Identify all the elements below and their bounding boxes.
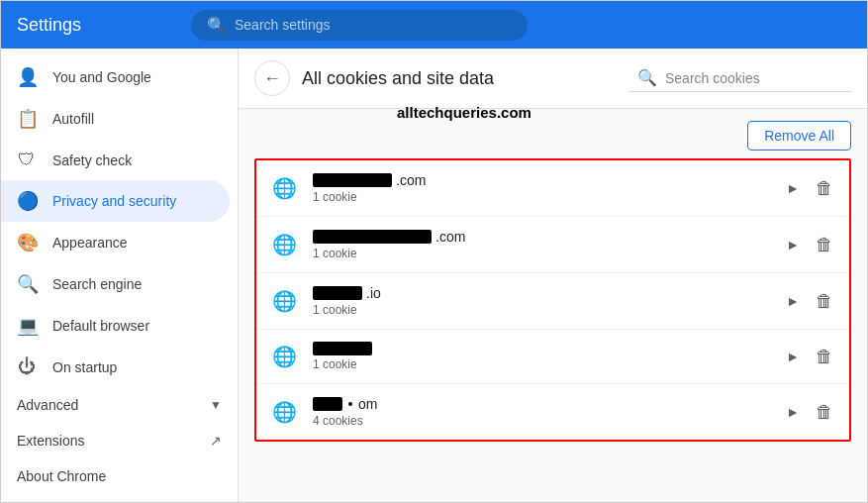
remove-all-row: Remove All (254, 117, 851, 151)
sidebar-item-privacy-security[interactable]: 🔵 Privacy and security (1, 180, 230, 222)
globe-icon-2: 🌐 (272, 233, 297, 256)
cookie-item-3: 🌐 .io 1 cookie ► 🗑 (256, 273, 849, 330)
sidebar-label-default-browser: Default browser (52, 318, 149, 334)
delete-icon-5[interactable]: 🗑 (816, 402, 833, 423)
globe-icon-4: 🌐 (272, 345, 297, 368)
content-area: alltechqueries.com ← All cookies and sit… (239, 49, 867, 502)
delete-icon-3[interactable]: 🗑 (816, 291, 833, 312)
sidebar-item-safety-check[interactable]: 🛡 Safety check (1, 140, 230, 180)
sidebar-item-advanced[interactable]: Advanced ▼ (1, 387, 238, 423)
site-info-1: .com 1 cookie (313, 172, 786, 204)
actions-1: ► 🗑 (786, 178, 833, 199)
site-info-5: om 4 cookies (313, 396, 786, 428)
delete-icon-2[interactable]: 🗑 (816, 235, 833, 255)
search-cookies-icon: 🔍 (637, 68, 657, 87)
site-info-3: .io 1 cookie (313, 285, 786, 317)
site-count-3: 1 cookie (313, 303, 786, 317)
external-link-icon: ↗ (210, 433, 222, 449)
cookie-item-1: 🌐 .com 1 cookie ► 🗑 (256, 160, 849, 217)
cookies-list: 🌐 .com 1 cookie ► 🗑 (254, 158, 851, 442)
sidebar-label-autofill: Autofill (52, 111, 94, 127)
browser-icon: 💻 (17, 315, 37, 337)
back-button[interactable]: ← (254, 60, 290, 96)
expand-icon-1[interactable]: ► (786, 180, 800, 196)
sidebar-item-autofill[interactable]: 📋 Autofill (1, 98, 230, 140)
inner-content: Remove All 🌐 .com 1 cookie (239, 109, 867, 502)
site-count-1: 1 cookie (313, 190, 786, 204)
delete-icon-1[interactable]: 🗑 (816, 178, 833, 199)
globe-icon-3: 🌐 (272, 289, 297, 313)
sidebar-item-you-google[interactable]: 👤 You and Google (1, 56, 230, 98)
sidebar-item-on-startup[interactable]: ⏻ On startup (1, 347, 230, 387)
appearance-icon: 🎨 (17, 232, 37, 253)
header-left: ← All cookies and site data (254, 60, 494, 96)
globe-icon-1: 🌐 (272, 176, 297, 200)
site-suffix-1: .com (396, 172, 426, 188)
search-settings-icon: 🔍 (207, 16, 227, 35)
site-name-2: .com (313, 229, 786, 245)
advanced-chevron-icon: ▼ (210, 398, 222, 412)
actions-2: ► 🗑 (786, 235, 833, 255)
site-name-3: .io (313, 285, 786, 301)
remove-all-button[interactable]: Remove All (747, 121, 851, 151)
sidebar-label-search-engine: Search engine (52, 276, 142, 292)
startup-icon: ⏻ (17, 356, 37, 377)
site-info-4: 1 cookie (313, 342, 786, 371)
sidebar-label-advanced: Advanced (17, 397, 78, 413)
cookie-item-5: 🌐 om 4 cookies ► 🗑 (256, 384, 849, 440)
site-name-1: .com (313, 172, 786, 188)
globe-icon-5: 🌐 (272, 400, 297, 424)
redacted-3 (313, 286, 362, 300)
actions-3: ► 🗑 (786, 291, 833, 312)
search-cookies-input[interactable] (665, 70, 843, 86)
sidebar-item-about-chrome[interactable]: About Chrome (1, 458, 238, 494)
expand-icon-4[interactable]: ► (786, 349, 800, 364)
search-engine-icon: 🔍 (17, 273, 37, 295)
sidebar-label-privacy-security: Privacy and security (52, 193, 176, 209)
site-count-2: 1 cookie (313, 247, 786, 260)
redacted-2 (313, 230, 432, 244)
redacted-1 (313, 173, 392, 187)
cookie-item-2: 🌐 .com 1 cookie ► 🗑 (256, 217, 849, 273)
autofill-icon: 📋 (17, 108, 37, 130)
actions-4: ► 🗑 (786, 347, 833, 367)
site-suffix-5: om (358, 396, 377, 412)
sidebar: 👤 You and Google 📋 Autofill 🛡 Safety che… (1, 49, 239, 502)
sidebar-label-on-startup: On startup (52, 359, 117, 375)
expand-icon-2[interactable]: ► (786, 237, 800, 252)
search-settings-input[interactable] (235, 17, 512, 33)
redacted-4 (313, 342, 372, 355)
main-area: 👤 You and Google 📋 Autofill 🛡 Safety che… (1, 49, 867, 502)
privacy-icon: 🔵 (17, 190, 37, 212)
search-cookies-container[interactable]: 🔍 (629, 64, 851, 92)
site-info-2: .com 1 cookie (313, 229, 786, 260)
site-name-5: om (313, 396, 786, 412)
content-header: ← All cookies and site data 🔍 (239, 49, 867, 109)
sidebar-item-default-browser[interactable]: 💻 Default browser (1, 305, 230, 347)
actions-5: ► 🗑 (786, 402, 833, 423)
top-bar: Settings 🔍 (1, 1, 867, 49)
expand-icon-5[interactable]: ► (786, 404, 800, 420)
sidebar-label-appearance: Appearance (52, 235, 128, 251)
sidebar-item-appearance[interactable]: 🎨 Appearance (1, 222, 230, 263)
search-settings-container[interactable]: 🔍 (191, 10, 528, 41)
sidebar-label-extensions: Extensions (17, 433, 84, 449)
sidebar-label-you-google: You and Google (52, 69, 151, 85)
dot-separator (348, 402, 352, 406)
site-count-4: 1 cookie (313, 357, 786, 371)
person-icon: 👤 (17, 66, 37, 88)
sidebar-item-search-engine[interactable]: 🔍 Search engine (1, 263, 230, 305)
site-suffix-2: .com (435, 229, 465, 245)
sidebar-label-about-chrome: About Chrome (17, 468, 106, 484)
expand-icon-3[interactable]: ► (786, 293, 800, 309)
redacted-5 (313, 397, 342, 411)
delete-icon-4[interactable]: 🗑 (816, 347, 833, 367)
page-title: All cookies and site data (302, 68, 494, 89)
site-suffix-3: .io (366, 285, 381, 301)
sidebar-label-safety-check: Safety check (52, 152, 132, 168)
safety-icon: 🛡 (17, 150, 37, 170)
site-name-4 (313, 342, 786, 355)
cookie-item-4: 🌐 1 cookie ► 🗑 (256, 330, 849, 384)
sidebar-item-extensions[interactable]: Extensions ↗ (1, 423, 238, 458)
app-title: Settings (17, 15, 175, 36)
